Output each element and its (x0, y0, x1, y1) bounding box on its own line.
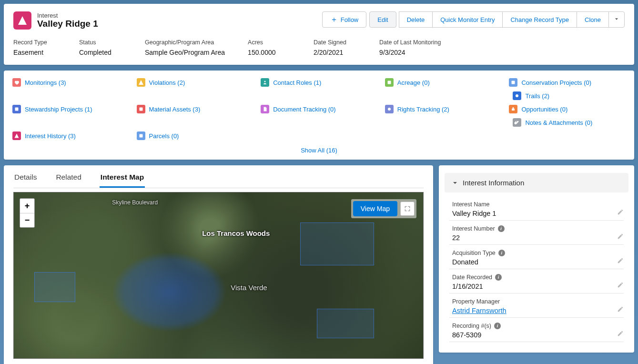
field-geo-area: Geographic/Program Area Sample Geo/Progr… (145, 39, 225, 56)
object-label: Interest (37, 12, 98, 19)
map-parcel-overlay (34, 272, 75, 302)
svg-rect-2 (512, 81, 515, 84)
field-acres: Acres 150.0000 (248, 39, 291, 56)
field-property-manager: Property Manager Astrid Farnsworth (449, 296, 624, 318)
change-record-type-button[interactable]: Change Record Type (502, 11, 577, 28)
related-interest-history: Interest History (3) (12, 131, 129, 140)
plus-icon: ＋ (330, 16, 338, 23)
chevron-down-icon (614, 16, 619, 22)
field-record-type: Record Type Easement (13, 39, 56, 56)
related-document-tracking: Document Tracking (0) (261, 105, 377, 113)
follow-button[interactable]: ＋ Follow (322, 11, 367, 28)
svg-point-0 (264, 81, 266, 82)
edit-button[interactable]: Edit (369, 11, 396, 28)
related-conservation-projects: Conservation Projects (0) (509, 78, 626, 87)
map-parcel-overlay (300, 222, 374, 265)
field-interest-name: Interest Name Valley Ridge 1 (449, 199, 624, 221)
related-rights-tracking: Rights Tracking (2) (385, 105, 502, 113)
parcel-icon (137, 131, 145, 140)
svg-point-6 (388, 108, 391, 111)
edit-pencil-icon[interactable] (617, 330, 624, 337)
map-parcel-overlay (317, 309, 374, 339)
related-stewardship: Stewardship Projects (1) (12, 105, 129, 113)
edit-pencil-icon[interactable] (617, 257, 624, 264)
clone-button[interactable]: Clone (577, 11, 609, 28)
field-date-recorded: Date Recorded 1/16/2021 (449, 272, 624, 293)
show-all-related: Show All (16) (12, 147, 626, 154)
related-contact-roles: Contact Roles (1) (261, 78, 377, 87)
svg-point-3 (516, 94, 518, 97)
map-zoom-controls: + − (20, 198, 35, 228)
map-top-actions: View Map (351, 199, 416, 218)
info-icon[interactable] (498, 225, 505, 232)
action-toolbar: ＋ Follow Edit Delete Quick Monitor Entry… (322, 11, 625, 28)
tab-details[interactable]: Details (13, 173, 38, 188)
main-column: Details Related Interest Map Skyline Bou… (4, 165, 433, 364)
project-icon (509, 78, 517, 87)
opportunity-icon (509, 105, 517, 113)
edit-pencil-icon[interactable] (617, 306, 624, 313)
map-container[interactable]: Skyline Boulevard Los Trancos Woods Vist… (13, 192, 424, 359)
field-acquisition-type: Acquisition Type Donated (449, 248, 624, 269)
lower-row: Details Related Interest Map Skyline Bou… (4, 165, 634, 364)
tab-interest-map[interactable]: Interest Map (100, 173, 145, 188)
zoom-in-button[interactable]: + (20, 199, 34, 213)
view-map-button[interactable]: View Map (353, 201, 397, 216)
tab-bar: Details Related Interest Map (13, 173, 424, 188)
related-opportunities: Opportunities (0) (509, 105, 626, 113)
document-icon (261, 105, 269, 113)
svg-rect-1 (387, 81, 391, 84)
record-title: Valley Ridge 1 (37, 19, 98, 29)
related-violations: Violations (2) (137, 78, 253, 87)
field-status: Status Completed (79, 39, 122, 56)
edit-pencil-icon[interactable] (617, 209, 624, 215)
info-icon[interactable] (498, 250, 505, 256)
show-all-link[interactable]: Show All (16) (301, 147, 337, 154)
people-icon (261, 78, 269, 87)
side-panel: Interest Information Interest Name Valle… (439, 165, 634, 353)
related-lists: Monitorings (3) Violations (2) Contact R… (4, 71, 634, 160)
rights-icon (385, 105, 394, 113)
header-top-row: Interest Valley Ridge 1 ＋ Follow Edit De… (13, 11, 625, 30)
area-icon (385, 78, 394, 87)
field-last-monitoring: Date of Last Monitoring 9/3/2024 (379, 39, 441, 56)
info-icon[interactable] (494, 323, 501, 329)
header-identity: Interest Valley Ridge 1 (13, 11, 98, 30)
record-header: Interest Valley Ridge 1 ＋ Follow Edit De… (4, 4, 634, 65)
steward-icon (12, 105, 21, 113)
warning-icon (137, 78, 145, 87)
history-icon (12, 131, 21, 140)
field-date-signed: Date Signed 2/20/2021 (314, 39, 356, 56)
map-label-skyline: Skyline Boulevard (112, 199, 158, 206)
asset-icon (137, 105, 145, 113)
related-monitorings: Monitorings (3) (12, 78, 129, 87)
delete-button[interactable]: Delete (399, 11, 433, 28)
attachment-icon (513, 118, 521, 127)
svg-rect-4 (15, 108, 19, 111)
panel-header[interactable]: Interest Information (445, 173, 628, 192)
more-actions-button[interactable] (608, 11, 625, 28)
edit-pencil-icon[interactable] (617, 233, 624, 240)
record-type-icon (13, 11, 31, 30)
related-parcels: Parcels (0) (137, 131, 253, 140)
edit-pencil-icon[interactable] (617, 282, 624, 288)
related-acreage: Acreage (0) (385, 78, 502, 87)
highlights-panel: Record Type Easement Status Completed Ge… (13, 39, 625, 56)
expand-icon (404, 205, 411, 212)
svg-rect-7 (139, 134, 142, 138)
zoom-out-button[interactable]: − (20, 213, 34, 227)
map-expand-button[interactable] (400, 202, 415, 216)
field-interest-number: Interest Number 22 (449, 223, 624, 245)
chevron-down-icon (451, 179, 459, 187)
field-recording-numbers: Recording #(s) 867-5309 (449, 321, 624, 342)
property-manager-link[interactable]: Astrid Farnsworth (452, 307, 621, 314)
related-material-assets: Material Assets (3) (137, 105, 253, 113)
panel-title: Interest Information (463, 179, 524, 187)
map-label-vista-verde: Vista Verde (231, 283, 267, 292)
svg-rect-5 (139, 108, 142, 111)
tab-related[interactable]: Related (55, 173, 82, 188)
related-notes-attachments: Notes & Attachments (0) (513, 118, 626, 127)
quick-monitor-button[interactable]: Quick Monitor Entry (432, 11, 503, 28)
related-trails: Trails (2) (513, 91, 626, 100)
info-icon[interactable] (495, 274, 502, 281)
